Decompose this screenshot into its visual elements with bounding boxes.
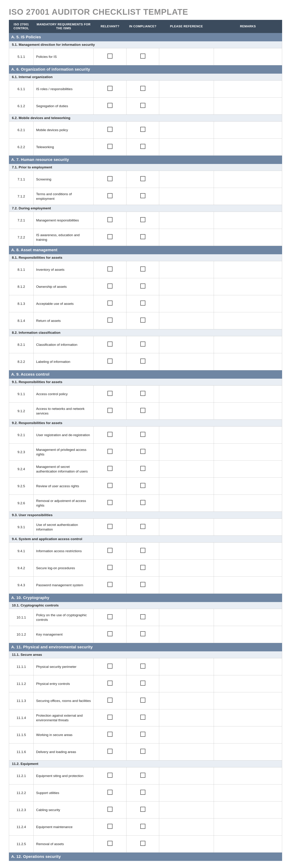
relevant-checkbox[interactable] [108,773,113,778]
compliance-checkbox[interactable] [140,176,145,181]
compliance-checkbox[interactable] [140,449,145,454]
remarks-cell[interactable] [214,675,282,692]
compliance-checkbox[interactable] [140,391,145,396]
compliance-checkbox[interactable] [140,127,145,132]
relevant-checkbox[interactable] [108,807,113,812]
compliance-checkbox[interactable] [140,841,145,846]
compliance-checkbox[interactable] [140,614,145,619]
relevant-checkbox[interactable] [108,582,113,587]
relevant-checkbox[interactable] [108,193,113,198]
relevant-checkbox[interactable] [108,408,113,413]
remarks-cell[interactable] [214,48,282,65]
reference-cell[interactable] [159,784,214,802]
remarks-cell[interactable] [214,626,282,643]
reference-cell[interactable] [159,478,214,495]
relevant-checkbox[interactable] [108,565,113,570]
compliance-checkbox[interactable] [140,681,145,686]
remarks-cell[interactable] [214,658,282,675]
compliance-checkbox[interactable] [140,483,145,488]
reference-cell[interactable] [159,658,214,675]
reference-cell[interactable] [159,81,214,98]
relevant-checkbox[interactable] [108,144,113,149]
remarks-cell[interactable] [214,767,282,784]
relevant-checkbox[interactable] [108,449,113,454]
compliance-checkbox[interactable] [140,790,145,795]
compliance-checkbox[interactable] [140,217,145,222]
compliance-checkbox[interactable] [140,565,145,570]
relevant-checkbox[interactable] [108,524,113,529]
remarks-cell[interactable] [214,81,282,98]
relevant-checkbox[interactable] [108,483,113,488]
remarks-cell[interactable] [214,818,282,836]
relevant-checkbox[interactable] [108,176,113,181]
compliance-checkbox[interactable] [140,54,145,59]
relevant-checkbox[interactable] [108,103,113,108]
reference-cell[interactable] [159,609,214,626]
compliance-checkbox[interactable] [140,773,145,778]
reference-cell[interactable] [159,212,214,229]
remarks-cell[interactable] [214,478,282,495]
compliance-checkbox[interactable] [140,144,145,149]
remarks-cell[interactable] [214,261,282,278]
reference-cell[interactable] [159,295,214,312]
reference-cell[interactable] [159,818,214,836]
relevant-checkbox[interactable] [108,127,113,132]
compliance-checkbox[interactable] [140,103,145,108]
relevant-checkbox[interactable] [108,301,113,306]
relevant-checkbox[interactable] [108,614,113,619]
reference-cell[interactable] [159,122,214,138]
compliance-checkbox[interactable] [140,749,145,754]
compliance-checkbox[interactable] [140,466,145,471]
remarks-cell[interactable] [214,312,282,329]
remarks-cell[interactable] [214,229,282,246]
remarks-cell[interactable] [214,443,282,461]
reference-cell[interactable] [159,48,214,65]
reference-cell[interactable] [159,188,214,205]
relevant-checkbox[interactable] [108,749,113,754]
relevant-checkbox[interactable] [108,217,113,222]
compliance-checkbox[interactable] [140,193,145,198]
compliance-checkbox[interactable] [140,234,145,239]
reference-cell[interactable] [159,403,214,420]
remarks-cell[interactable] [214,427,282,443]
reference-cell[interactable] [159,709,214,726]
reference-cell[interactable] [159,675,214,692]
relevant-checkbox[interactable] [108,267,113,272]
relevant-checkbox[interactable] [108,681,113,686]
remarks-cell[interactable] [214,98,282,115]
reference-cell[interactable] [159,560,214,577]
remarks-cell[interactable] [214,609,282,626]
compliance-checkbox[interactable] [140,807,145,812]
reference-cell[interactable] [159,171,214,188]
compliance-checkbox[interactable] [140,267,145,272]
remarks-cell[interactable] [214,495,282,512]
compliance-checkbox[interactable] [140,432,145,437]
compliance-checkbox[interactable] [140,732,145,737]
reference-cell[interactable] [159,98,214,115]
reference-cell[interactable] [159,312,214,329]
relevant-checkbox[interactable] [108,86,113,91]
remarks-cell[interactable] [214,336,282,353]
reference-cell[interactable] [159,278,214,295]
compliance-checkbox[interactable] [140,663,145,669]
remarks-cell[interactable] [214,295,282,312]
remarks-cell[interactable] [214,188,282,205]
remarks-cell[interactable] [214,403,282,420]
compliance-checkbox[interactable] [140,359,145,364]
compliance-checkbox[interactable] [140,631,145,636]
reference-cell[interactable] [159,461,214,478]
reference-cell[interactable] [159,726,214,743]
relevant-checkbox[interactable] [108,631,113,636]
remarks-cell[interactable] [214,385,282,403]
relevant-checkbox[interactable] [108,790,113,795]
relevant-checkbox[interactable] [108,715,113,720]
relevant-checkbox[interactable] [108,342,113,346]
relevant-checkbox[interactable] [108,824,113,829]
remarks-cell[interactable] [214,542,282,560]
reference-cell[interactable] [159,495,214,512]
remarks-cell[interactable] [214,353,282,370]
reference-cell[interactable] [159,385,214,403]
relevant-checkbox[interactable] [108,548,113,553]
reference-cell[interactable] [159,542,214,560]
compliance-checkbox[interactable] [140,548,145,553]
